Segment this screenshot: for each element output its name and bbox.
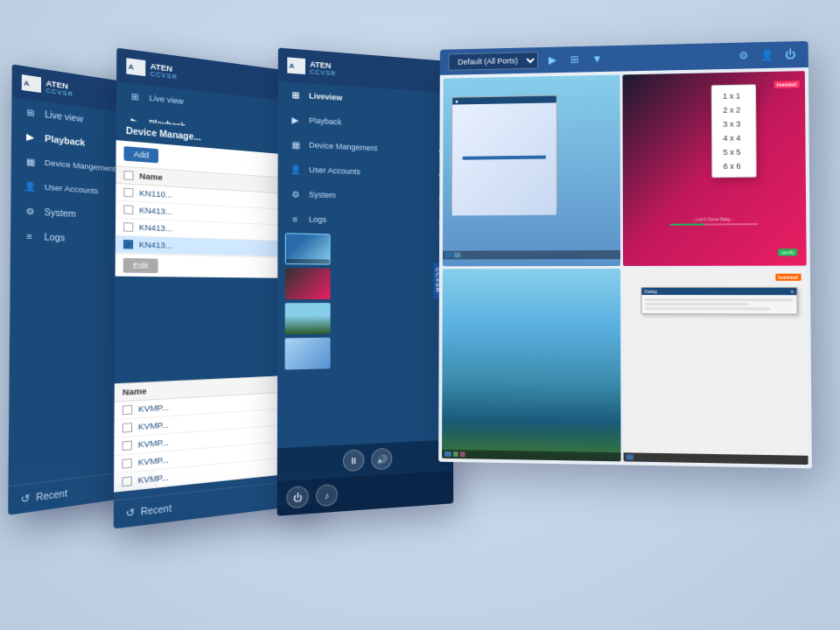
list-icon-3: ≡ <box>289 213 302 226</box>
svg-text:A: A <box>129 63 135 72</box>
grid-options-dropdown: 1 x 1 2 x 2 3 x 3 4 x 4 5 x 5 6 x 6 <box>711 84 757 178</box>
thumb-item-4[interactable] <box>277 334 452 372</box>
device-checkbox-4[interactable]: ✓ <box>123 240 133 249</box>
kvmp-checkbox-2[interactable] <box>122 423 132 433</box>
thumb-screen-3 <box>285 303 331 334</box>
grid-icon-3: ⊞ <box>289 88 302 102</box>
grid-icon: ⊞ <box>24 105 38 119</box>
aten-logo-icon-3: A <box>287 57 305 74</box>
panel4-reflection <box>439 435 810 464</box>
screen-1[interactable]: ■ <box>443 74 620 265</box>
brand-product-3: CCVSR <box>310 68 336 76</box>
thumb-item-2[interactable] <box>277 266 452 301</box>
thumb-screen-1 <box>285 233 331 264</box>
aten-logo-icon-2: A <box>126 58 145 76</box>
settings-icon-p4[interactable]: ⚙ <box>734 46 752 64</box>
thumb-item-3[interactable] <box>277 301 452 337</box>
grid-option-5x5[interactable]: 5 x 5 <box>712 144 755 159</box>
play-icon-3: ▶ <box>289 113 302 126</box>
panel4-content: Default (All Ports) ▶ ⊞ ▼ ⚙ 👤 ⏻ 1 x 1 2 … <box>438 41 812 468</box>
thumb-item-1[interactable] <box>277 231 452 268</box>
grid-option-4x4[interactable]: 4 x 4 <box>712 130 755 145</box>
thumb-screen-4 <box>285 338 331 370</box>
grid-icon-2: ⊞ <box>128 89 141 103</box>
grid-option-6x6[interactable]: 6 x 6 <box>712 159 755 174</box>
volume-button[interactable]: 🔊 <box>371 448 392 471</box>
svg-text:A: A <box>24 79 30 88</box>
server-icon-3: ▦ <box>289 137 302 150</box>
device-checkbox-1[interactable] <box>123 188 133 198</box>
list-icon-1: ≡ <box>23 229 37 242</box>
panel-3: A ATEN CCVSR ⊞ Liveview ▶ Playback ▦ Dev… <box>277 48 453 516</box>
thumb-screen-2 <box>285 268 331 299</box>
aten-logo-icon: A <box>22 74 41 93</box>
add-device-button[interactable]: Add <box>123 146 158 163</box>
server-icon: ▦ <box>23 155 37 169</box>
screen4-badge: liveview2 <box>775 274 801 281</box>
panel-4: Default (All Ports) ▶ ⊞ ▼ ⚙ 👤 ⏻ 1 x 1 2 … <box>438 41 812 468</box>
scene-container: A ATEN CCVSR ⊞ Live view ▶ Playback ▦ De… <box>0 0 840 630</box>
play-toolbar-icon[interactable]: ▶ <box>543 51 561 68</box>
panel2-brand: A ATEN CCVSR <box>126 58 178 80</box>
select-all-checkbox[interactable] <box>123 171 133 180</box>
kvmp-checkbox-1[interactable] <box>122 405 132 415</box>
nav-logs-3[interactable]: ≡ Logs ▾ <box>277 206 452 234</box>
user-icon-3: 👤 <box>289 163 302 176</box>
filter-toolbar-icon[interactable]: ▼ <box>588 50 606 67</box>
device-checkbox-3[interactable] <box>123 222 133 232</box>
gear-icon-3: ⚙ <box>289 187 302 200</box>
panel1-brand: A ATEN CCVSR <box>22 74 74 97</box>
device-checkbox-2[interactable] <box>123 205 133 214</box>
kvmp-checkbox-3[interactable] <box>122 440 132 451</box>
user-icon-1: 👤 <box>23 179 37 192</box>
grid-toolbar-icon[interactable]: ⊞ <box>566 51 584 68</box>
grid-option-3x3[interactable]: 3 x 3 <box>712 116 755 131</box>
svg-text:A: A <box>289 62 294 71</box>
grid-option-1x1[interactable]: 1 x 1 <box>712 88 755 103</box>
screen-3[interactable] <box>442 268 620 461</box>
panel3-brand: A ATEN CCVSR <box>287 57 336 76</box>
spotify-badge: spotify <box>779 248 797 256</box>
screen2-badge: liveview2 <box>774 80 800 88</box>
edit-device-button[interactable]: Edit <box>123 258 158 273</box>
panel3-reflection <box>277 467 452 505</box>
user-icon-p4[interactable]: 👤 <box>758 46 776 64</box>
gear-icon-1: ⚙ <box>23 204 37 217</box>
screen-thumbnail-area <box>277 231 452 372</box>
grid-option-2x2[interactable]: 2 x 2 <box>712 102 755 117</box>
power-icon-p4[interactable]: ⏻ <box>781 46 800 64</box>
port-select[interactable]: Default (All Ports) <box>448 52 538 71</box>
play-icon: ▶ <box>24 130 38 144</box>
